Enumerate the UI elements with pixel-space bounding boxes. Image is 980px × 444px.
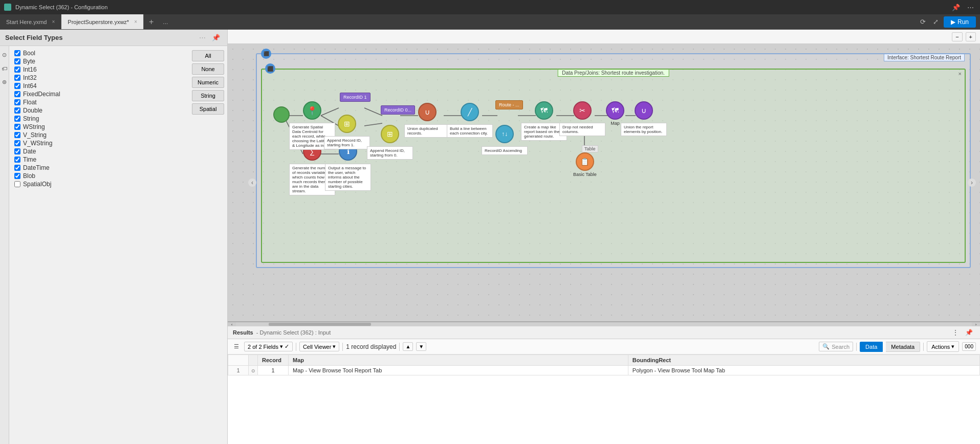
pin-button[interactable]: 📌 [950,4,962,11]
data-tab-button[interactable]: Data [860,342,883,352]
node-sort[interactable]: ↑↓ RecordID Ascending [495,125,514,143]
more-tabs-button[interactable]: ... [159,14,172,29]
checkbox-date[interactable] [14,148,20,154]
node-build-line[interactable]: ╱ Build a line between each connection c… [461,103,479,121]
restore-button[interactable]: ⟳ [918,17,928,27]
side-icon-2[interactable]: 🏷 [0,64,9,73]
title-bar-actions: 📌 ⋯ [950,4,976,11]
checkbox-item-double[interactable]: Double [13,106,185,115]
checkbox-float[interactable] [14,99,20,105]
maximize-button[interactable]: ⤢ [931,17,941,27]
results-pin-button[interactable]: 📌 [963,328,975,337]
more-button[interactable]: ⋯ [965,4,976,11]
add-tab-button[interactable]: + [144,14,159,29]
subflow-toggle[interactable]: ⬛ [265,63,275,74]
zoom-out-button[interactable]: − [952,32,962,41]
actions-button[interactable]: Actions ▾ [927,341,959,352]
type-btn-numeric[interactable]: Numeric [192,77,224,88]
checkbox-item-bool[interactable]: Bool [13,49,185,57]
checkbox-wstring[interactable] [14,124,20,130]
checkbox-item-wstring[interactable]: WString [13,123,185,131]
checkbox-item-int16[interactable]: Int16 [13,65,185,74]
subflow-close[interactable]: × [959,71,962,77]
node-map-join[interactable]: 🗺 Create a map like report based on the … [535,101,553,120]
checkbox-item-float[interactable]: Float [13,98,185,106]
checkbox-time[interactable] [14,157,20,163]
side-icon-1[interactable]: ⊙ [1,50,8,60]
node-append1[interactable]: ⊞ Append Record ID, starting from 1. [338,115,356,133]
checkbox-v_string[interactable] [14,132,20,138]
canvas-wrapper[interactable]: Interface: Shortest Route Report ⬛ Data … [228,44,980,321]
checkbox-int16[interactable] [14,66,20,73]
checkbox-item-time[interactable]: Time [13,156,185,164]
subflow-container: Data Prep/Joins: Shortest route investig… [261,69,966,263]
checkbox-fixeddecimal[interactable] [14,91,20,97]
node-spatial-centroid[interactable]: 📍 Generate Spatial Data Centroid for eac… [303,101,321,120]
checkbox-double[interactable] [14,107,20,114]
side-icon-3[interactable]: ⊚ [1,77,8,87]
checkbox-int64[interactable] [14,83,20,89]
results-scrollbar[interactable]: ‹ › [228,322,980,326]
node-recordid0[interactable]: RecordID 0... [381,105,415,115]
checkbox-spatialobj[interactable] [14,181,20,187]
nav-up-button[interactable]: ▲ [403,342,413,351]
type-btn-string[interactable]: String [192,90,224,101]
basic-table-label: Basic Table [573,172,597,177]
run-button[interactable]: ▶ Run [944,16,976,28]
checkbox-datetime[interactable] [14,165,20,171]
checkbox-blob[interactable] [14,173,20,179]
interface-toggle[interactable]: ⬛ [261,49,271,59]
results-more-button[interactable]: ⋮ [950,328,961,337]
hamburger-button[interactable]: ☰ [232,342,241,351]
checkbox-v_wstring[interactable] [14,140,20,146]
type-btn-all[interactable]: All [192,50,224,61]
tab-start-close[interactable]: × [52,19,55,25]
node-message[interactable]: ℹ Output a message to the user, which in… [339,142,357,161]
node-union-report[interactable]: ∪ Union the report elements by position. [635,101,653,120]
checkbox-item-byte[interactable]: Byte [13,57,185,65]
checkbox-bool[interactable] [14,50,20,56]
node-append2[interactable]: ⊞ Append Record ID, starting from 0. [381,125,399,143]
node-map-out[interactable]: 🗺 Map [606,101,624,126]
metadata-tab-button[interactable]: Metadata [886,342,920,352]
checkbox-item-fixeddecimal[interactable]: FixedDecimal [13,90,185,98]
checkbox-item-spatialobj[interactable]: SpatialObj [13,180,185,188]
format-button[interactable]: 000 [962,342,976,351]
cell-viewer-dropdown[interactable]: Cell Viewer ▾ [299,342,339,351]
node-recordid1[interactable]: RecordID 1 [340,93,371,102]
checkbox-item-v_string[interactable]: V_String [13,131,185,139]
fields-dropdown[interactable]: 2 of 2 Fields ▾ ✓ [244,342,293,351]
checkbox-item-datetime[interactable]: DateTime [13,164,185,172]
tab-project-close[interactable]: × [134,19,137,25]
checkbox-item-date[interactable]: Date [13,147,185,156]
checkbox-byte[interactable] [14,58,20,64]
scroll-right-btn[interactable]: › [972,322,980,326]
row-icon-browse-0[interactable]: ⊙ [251,368,255,373]
scroll-left-btn[interactable]: ‹ [228,322,236,326]
checkbox-item-v_wstring[interactable]: V_WString [13,139,185,147]
results-table-container[interactable]: Record Map BoundingRect 1 ⊙ 1 Map - View… [228,354,980,444]
checkbox-int32[interactable] [14,75,20,81]
canvas-right-arrow[interactable]: › [968,179,976,187]
left-panel-more[interactable]: ⋯ [197,34,208,41]
node-route[interactable]: Route - ... [495,100,523,109]
node-start[interactable] [273,106,290,123]
results-header: Results - Dynamic Select (362) : Input ⋮… [228,326,980,339]
checkbox-item-int32[interactable]: Int32 [13,74,185,82]
type-btn-spatial[interactable]: Spatial [192,103,224,115]
node-basic-table[interactable]: 📋 Basic Table [573,152,597,177]
zoom-in-button[interactable]: + [966,32,976,41]
checkbox-string[interactable] [14,116,20,122]
node-drop-cols[interactable]: ✂ Drop not needed columns. [573,101,592,120]
node-union[interactable]: ∪ Union duplicated records. [418,103,437,121]
checkbox-item-int64[interactable]: Int64 [13,82,185,90]
checkbox-item-string[interactable]: String [13,115,185,123]
left-panel-pin[interactable]: 📌 [210,34,222,41]
tab-start[interactable]: Start Here.yxmd × [0,14,61,29]
nav-down-button[interactable]: ▼ [416,342,426,351]
type-btn-none[interactable]: None [192,63,224,75]
tab-project[interactable]: ProjectSuperstore.yxwz* × [61,14,144,29]
checkbox-item-blob[interactable]: Blob [13,172,185,180]
canvas-left-arrow[interactable]: ‹ [248,179,256,187]
node-count[interactable]: ∑ Generate the number of records variabl… [303,142,321,161]
